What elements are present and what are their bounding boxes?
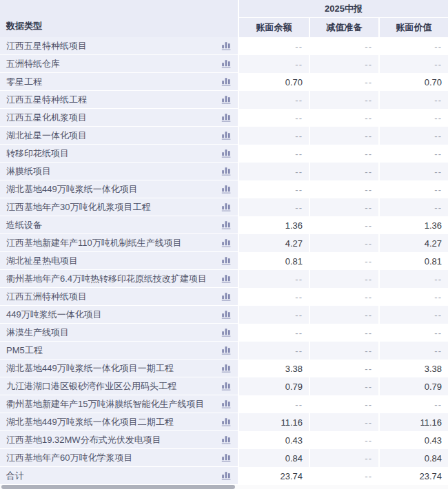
bar-chart-icon[interactable] <box>221 148 232 158</box>
row-label-cell: 湖北基地449万吨浆纸一体化项目 <box>0 180 238 198</box>
project-name: 衢州基地年产6.4万吨热转移印花原纸技改扩建项目 <box>0 273 217 285</box>
bar-chart-icon[interactable] <box>221 112 232 123</box>
bar-chart-icon[interactable] <box>221 166 232 176</box>
project-name: 零星工程 <box>0 76 217 88</box>
book-balance-value: -- <box>238 37 309 55</box>
impairment-provision-value: -- <box>309 198 378 216</box>
impairment-provision-value: -- <box>309 270 378 288</box>
bar-chart-icon[interactable] <box>221 327 232 337</box>
impairment-provision-value: -- <box>309 449 378 467</box>
period-header: 2025中报 <box>238 0 448 18</box>
table-row: 江西基地19.32MW分布式光伏发电项目 0.43 -- 0.43 <box>0 431 448 449</box>
bar-chart-icon[interactable] <box>221 435 232 445</box>
bar-chart-icon[interactable] <box>221 94 232 105</box>
bar-chart-icon[interactable] <box>221 273 232 284</box>
project-name: PM5工程 <box>0 344 217 357</box>
bar-chart-icon[interactable] <box>221 59 232 69</box>
book-value-value: 11.16 <box>378 413 448 431</box>
table-row: 合计 23.74 -- 23.74 <box>0 467 448 485</box>
book-value-value: 1.36 <box>378 216 448 234</box>
book-balance-value: 0.81 <box>238 252 309 270</box>
book-value-value: -- <box>378 145 448 163</box>
table-row: 江西基地年产60万吨化学浆项目 0.84 -- 0.84 <box>0 449 448 467</box>
row-label-cell: 湖北祉星热电项目 <box>0 252 238 270</box>
table-row: 淋膜纸项目 -- -- -- <box>0 163 448 180</box>
bar-chart-icon[interactable] <box>221 291 232 302</box>
table-row: 湖北基地449万吨浆纸一体化项目 -- -- -- <box>0 180 448 198</box>
book-value-value: -- <box>378 270 448 288</box>
horizontal-scrollbar[interactable] <box>0 485 448 489</box>
project-name: 江西五星化机浆项目 <box>0 112 217 124</box>
impairment-provision-value: -- <box>309 216 378 234</box>
impairment-provision-value: -- <box>309 145 378 163</box>
project-name: 衢州基地新建年产15万吨淋膜纸智能化生产线项目 <box>0 398 217 410</box>
book-value-value: -- <box>378 288 448 306</box>
project-name: 江西五星特种纸工程 <box>0 94 217 106</box>
book-balance-value: 3.38 <box>238 360 309 377</box>
bar-chart-icon[interactable] <box>221 470 232 481</box>
book-value-value: 4.27 <box>378 234 448 252</box>
bar-chart-icon[interactable] <box>221 452 232 463</box>
horizontal-scrollbar-thumb[interactable] <box>1 485 235 489</box>
book-balance-value: 11.16 <box>238 413 309 431</box>
row-label-cell: 湖北祉星一体化项目 <box>0 127 238 145</box>
book-value-value: 3.38 <box>378 360 448 377</box>
row-label-cell: 449万吨浆纸一体化项目 <box>0 306 238 324</box>
book-value-value: 0.79 <box>378 377 448 395</box>
bar-chart-icon[interactable] <box>221 130 232 141</box>
row-label-cell: 江西基地年产30万吨化机浆项目工程 <box>0 198 238 216</box>
project-name: 湖北基地449万吨浆纸一体化项目二期工程 <box>0 416 217 428</box>
bar-chart-icon[interactable] <box>221 41 232 51</box>
book-value-value: -- <box>378 306 448 324</box>
book-balance-value: 4.27 <box>238 234 309 252</box>
impairment-provision-value: -- <box>309 342 378 360</box>
row-label-cell: 江西基地新建年产110万吨机制纸生产线项目 <box>0 234 238 252</box>
bar-chart-icon[interactable] <box>221 76 232 87</box>
book-balance-value: -- <box>238 306 309 324</box>
bar-chart-icon[interactable] <box>221 202 232 212</box>
column-header-book-balance: 账面余额 <box>238 18 309 37</box>
book-balance-value: 0.84 <box>238 449 309 467</box>
bar-chart-icon[interactable] <box>221 381 232 391</box>
impairment-provision-value: -- <box>309 127 378 145</box>
project-name: 江西五星特种纸项目 <box>0 40 217 52</box>
table-row: 江西五洲特种纸项目 -- -- -- <box>0 288 448 306</box>
table-row: 449万吨浆纸一体化项目 -- -- -- <box>0 306 448 324</box>
row-label-cell: 江西五洲特种纸项目 <box>0 288 238 306</box>
book-balance-value: -- <box>238 180 309 198</box>
row-label-cell: 衢州基地年产6.4万吨热转移印花原纸技改扩建项目 <box>0 270 238 288</box>
impairment-provision-value: -- <box>309 377 378 395</box>
table-row: 江西五星特种纸工程 -- -- -- <box>0 91 448 109</box>
row-label-cell: 衢州基地新建年产15万吨淋膜纸智能化生产线项目 <box>0 395 238 413</box>
bar-chart-icon[interactable] <box>221 345 232 355</box>
book-value-value: -- <box>378 109 448 127</box>
book-balance-value: 0.70 <box>238 73 309 91</box>
book-value-value: 0.43 <box>378 431 448 449</box>
row-label-cell: 合计 <box>0 467 238 485</box>
project-name: 江西基地年产30万吨化机浆项目工程 <box>0 201 217 214</box>
project-name: 转移印花纸项目 <box>0 147 217 160</box>
period-header-group: 2025中报 账面余额 减值准备 账面价值 <box>238 0 448 37</box>
project-name: 江西基地19.32MW分布式光伏发电项目 <box>0 434 217 446</box>
impairment-provision-value: -- <box>309 324 378 342</box>
bar-chart-icon[interactable] <box>221 309 232 320</box>
row-label-cell: 湖北基地449万吨浆纸一体化项目二期工程 <box>0 413 238 431</box>
book-balance-value: -- <box>238 288 309 306</box>
book-balance-value: 0.43 <box>238 431 309 449</box>
table-body: 江西五星特种纸项目 -- -- -- 五洲特纸仓库 <box>0 37 448 485</box>
row-label-cell: 江西五星特种纸项目 <box>0 37 238 55</box>
bar-chart-icon[interactable] <box>221 417 232 427</box>
bar-chart-icon[interactable] <box>221 220 232 230</box>
table-row: 零星工程 0.70 -- 0.70 <box>0 73 448 91</box>
row-label-cell: 江西基地19.32MW分布式光伏发电项目 <box>0 431 238 449</box>
book-value-value: -- <box>378 198 448 216</box>
bar-chart-icon[interactable] <box>221 399 232 409</box>
bar-chart-icon[interactable] <box>221 256 232 266</box>
book-value-value: 0.84 <box>378 449 448 467</box>
book-balance-value: -- <box>238 55 309 73</box>
bar-chart-icon[interactable] <box>221 184 232 194</box>
project-name: 湖北基地449万吨浆纸一体化项目 <box>0 183 217 196</box>
project-name: 九江港湖口港区银砂湾作业区公用码头工程 <box>0 380 217 393</box>
bar-chart-icon[interactable] <box>221 363 232 373</box>
bar-chart-icon[interactable] <box>221 238 232 248</box>
